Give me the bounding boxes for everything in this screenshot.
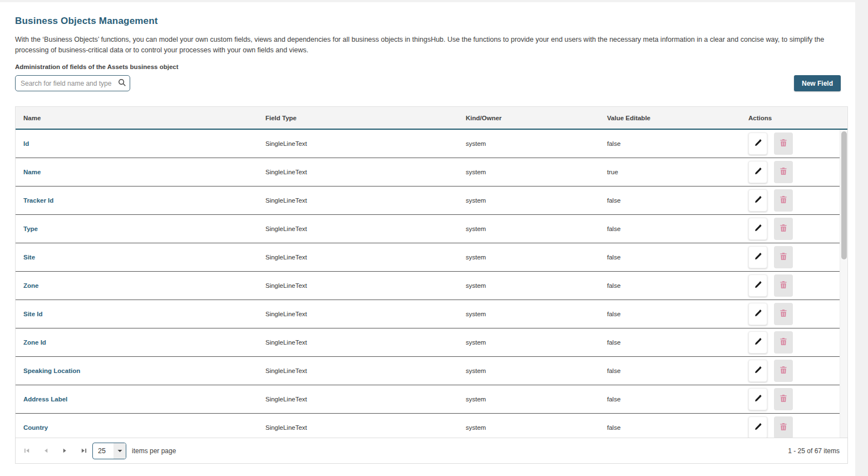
next-page-button[interactable] [61, 448, 68, 454]
page-subtitle: Administration of fields of the Assets b… [15, 63, 855, 70]
edit-field-button[interactable] [748, 218, 767, 240]
pagination-bar: 25 items per page 1 - 25 of 67 items [15, 438, 848, 464]
cell-field-type: SingleLineText [265, 197, 466, 204]
table-row: Id SingleLineText system false [16, 130, 847, 158]
cell-value-editable: false [607, 282, 748, 289]
cell-actions [748, 274, 847, 297]
edit-field-button[interactable] [748, 360, 767, 382]
cell-name[interactable]: Speaking Location [23, 367, 265, 374]
pencil-icon [754, 252, 762, 262]
trash-icon [780, 337, 787, 347]
delete-field-button[interactable] [774, 331, 793, 354]
cell-name[interactable]: Site [23, 254, 265, 261]
cell-kind-owner: system [466, 282, 607, 289]
pencil-icon [754, 394, 762, 404]
pencil-icon [754, 366, 762, 376]
cell-field-type: SingleLineText [265, 140, 466, 147]
cell-name[interactable]: Tracker Id [23, 197, 265, 204]
edit-field-button[interactable] [748, 388, 767, 410]
edit-field-button[interactable] [748, 331, 767, 354]
cell-name[interactable]: Address Label [23, 396, 265, 403]
cell-actions [748, 388, 847, 410]
cell-name[interactable]: Site Id [23, 311, 265, 317]
last-page-button[interactable] [80, 448, 87, 454]
edit-field-button[interactable] [748, 189, 767, 212]
cell-kind-owner: system [466, 367, 607, 374]
edit-field-button[interactable] [748, 161, 767, 183]
edit-field-button[interactable] [748, 303, 767, 325]
table-row: Name SingleLineText system true [16, 158, 847, 187]
cell-kind-owner: system [466, 396, 607, 403]
delete-field-button[interactable] [774, 218, 793, 240]
cell-actions [748, 416, 847, 438]
delete-field-button[interactable] [774, 133, 793, 155]
edit-field-button[interactable] [748, 274, 767, 297]
delete-field-button[interactable] [774, 360, 793, 382]
cell-kind-owner: system [466, 311, 607, 317]
edit-field-button[interactable] [748, 133, 767, 155]
cell-name[interactable]: Id [23, 140, 265, 147]
cell-name[interactable]: Name [23, 169, 265, 175]
cell-value-editable: false [607, 424, 748, 431]
trash-icon [780, 309, 787, 319]
delete-field-button[interactable] [774, 303, 793, 325]
pager-range-label: 1 - 25 of 67 items [788, 447, 840, 455]
page-size-select[interactable]: 25 [92, 443, 126, 459]
table-row: Address Label SingleLineText system fals… [16, 385, 847, 414]
table-row: Zone Id SingleLineText system false [16, 328, 847, 357]
cell-actions [748, 161, 847, 183]
cell-name[interactable]: Zone [23, 282, 265, 289]
new-field-button[interactable]: New Field [794, 75, 841, 91]
cell-value-editable: false [607, 225, 748, 232]
page-description: With the ‘Business Objects’ functions, y… [15, 35, 840, 56]
cell-value-editable: false [607, 367, 748, 374]
delete-field-button[interactable] [774, 246, 793, 268]
cell-name[interactable]: Country [23, 424, 265, 431]
cell-actions [748, 360, 847, 382]
page-size-value: 25 [93, 443, 114, 459]
table-row: Country SingleLineText system false [16, 414, 847, 438]
delete-field-button[interactable] [774, 189, 793, 212]
cell-actions [748, 331, 847, 354]
column-header-value-editable: Value Editable [607, 115, 748, 121]
cell-kind-owner: system [466, 225, 607, 232]
delete-field-button[interactable] [774, 416, 793, 438]
table-row: Tracker Id SingleLineText system false [16, 187, 847, 215]
table-scrollbar-thumb[interactable] [841, 131, 847, 259]
delete-field-button[interactable] [774, 388, 793, 410]
table-header-row: Name Field Type Kind/Owner Value Editabl… [16, 107, 847, 130]
cell-name[interactable]: Zone Id [23, 339, 265, 346]
pencil-icon [754, 195, 762, 205]
pencil-icon [754, 309, 762, 319]
pencil-icon [754, 167, 762, 177]
cell-field-type: SingleLineText [265, 339, 466, 346]
table-body: Id SingleLineText system false Name Sing… [16, 130, 847, 438]
delete-field-button[interactable] [774, 161, 793, 183]
pager-nav [23, 448, 87, 454]
table-row: Speaking Location SingleLineText system … [16, 357, 847, 385]
cell-field-type: SingleLineText [265, 367, 466, 374]
delete-field-button[interactable] [774, 274, 793, 297]
cell-value-editable: true [607, 169, 748, 175]
cell-value-editable: false [607, 140, 748, 147]
table-row: Site SingleLineText system false [16, 243, 847, 272]
trash-icon [780, 252, 787, 262]
fields-table: Name Field Type Kind/Owner Value Editabl… [15, 106, 848, 438]
previous-page-button[interactable] [42, 448, 49, 454]
search-icon[interactable] [118, 78, 126, 89]
table-scrollbar-track[interactable] [840, 130, 847, 438]
cell-name[interactable]: Type [23, 225, 265, 232]
edit-field-button[interactable] [748, 246, 767, 268]
pencil-icon [754, 423, 762, 433]
cell-actions [748, 189, 847, 212]
cell-value-editable: false [607, 197, 748, 204]
cell-kind-owner: system [466, 140, 607, 147]
trash-icon [780, 167, 787, 177]
search-input[interactable] [15, 75, 130, 91]
edit-field-button[interactable] [748, 416, 767, 438]
cell-field-type: SingleLineText [265, 254, 466, 261]
items-per-page-label: items per page [132, 447, 176, 455]
cell-kind-owner: system [466, 197, 607, 204]
cell-field-type: SingleLineText [265, 396, 466, 403]
first-page-button[interactable] [23, 448, 30, 454]
